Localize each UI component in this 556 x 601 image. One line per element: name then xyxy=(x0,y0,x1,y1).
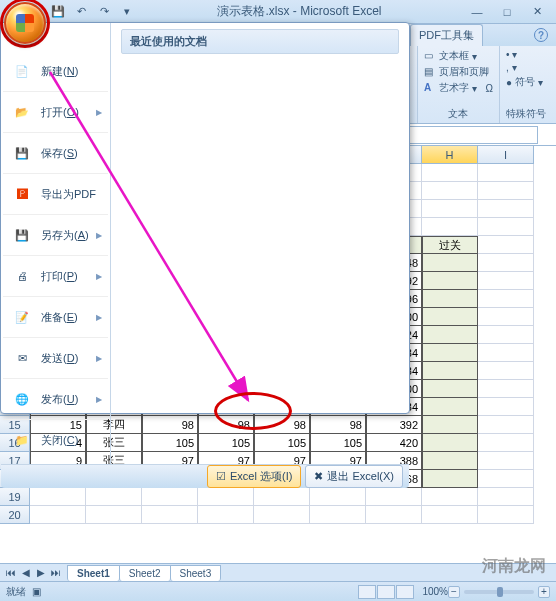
header-footer-button[interactable]: ▤页眉和页脚 xyxy=(424,65,493,79)
cell[interactable] xyxy=(478,200,534,218)
menu-item-open[interactable]: 📂打开(O)▶ xyxy=(3,92,108,133)
maximize-button[interactable]: □ xyxy=(492,2,522,22)
symbol-button[interactable]: ● 符号 ▾ xyxy=(506,75,546,89)
cell[interactable] xyxy=(142,506,198,524)
cell[interactable] xyxy=(478,380,534,398)
cell[interactable] xyxy=(198,506,254,524)
cell[interactable] xyxy=(422,470,478,488)
cell[interactable] xyxy=(478,164,534,182)
cell[interactable] xyxy=(478,416,534,434)
cell[interactable] xyxy=(422,290,478,308)
cell[interactable] xyxy=(478,326,534,344)
cell[interactable] xyxy=(422,416,478,434)
office-button[interactable] xyxy=(4,2,46,44)
cell[interactable] xyxy=(478,254,534,272)
comma-button[interactable]: , ▾ xyxy=(506,62,546,73)
wordart-button[interactable]: A艺术字 ▾ Ω xyxy=(424,81,493,95)
cell[interactable] xyxy=(422,272,478,290)
cell[interactable] xyxy=(30,488,86,506)
normal-view-button[interactable] xyxy=(358,585,376,599)
menu-item-pdf[interactable]: 🅿导出为PDF xyxy=(3,174,108,215)
sheet-tab[interactable]: Sheet3 xyxy=(170,565,222,581)
menu-item-new[interactable]: 📄新建(N) xyxy=(3,51,108,92)
cell[interactable] xyxy=(422,200,478,218)
cell[interactable] xyxy=(254,506,310,524)
menu-item-print[interactable]: 🖨打印(P)▶ xyxy=(3,256,108,297)
cell[interactable] xyxy=(478,470,534,488)
zoom-thumb[interactable] xyxy=(497,587,503,597)
textbox-button[interactable]: ▭文本框 ▾ xyxy=(424,49,493,63)
row-header[interactable]: 20 xyxy=(0,506,30,524)
cell[interactable] xyxy=(422,182,478,200)
cell[interactable]: 过关 xyxy=(422,236,478,254)
cell[interactable] xyxy=(478,506,534,524)
cell[interactable] xyxy=(366,488,422,506)
dot-button[interactable]: • ▾ xyxy=(506,49,546,60)
cell[interactable] xyxy=(422,254,478,272)
cell[interactable] xyxy=(422,452,478,470)
minimize-button[interactable]: — xyxy=(462,2,492,22)
zoom-level[interactable]: 100% xyxy=(422,586,448,597)
cell[interactable] xyxy=(422,506,478,524)
prev-sheet-icon[interactable]: ◀ xyxy=(19,567,33,578)
row-header[interactable]: 19 xyxy=(0,488,30,506)
close-button[interactable]: ✕ xyxy=(522,2,552,22)
cell[interactable] xyxy=(478,398,534,416)
cell[interactable] xyxy=(310,488,366,506)
sheet-tab[interactable]: Sheet2 xyxy=(119,565,171,581)
menu-item-prepare[interactable]: 📝准备(E)▶ xyxy=(3,297,108,338)
cell[interactable] xyxy=(422,218,478,236)
cell[interactable] xyxy=(422,488,478,506)
excel-options-button[interactable]: ☑Excel 选项(I) xyxy=(207,465,301,488)
cell[interactable] xyxy=(478,182,534,200)
cell[interactable] xyxy=(142,488,198,506)
cell[interactable] xyxy=(86,506,142,524)
cell[interactable] xyxy=(478,362,534,380)
cell[interactable] xyxy=(254,488,310,506)
redo-icon[interactable]: ↷ xyxy=(94,2,114,22)
page-layout-view-button[interactable] xyxy=(377,585,395,599)
col-header-I[interactable]: I xyxy=(478,146,534,164)
cell[interactable] xyxy=(422,434,478,452)
cell[interactable] xyxy=(478,488,534,506)
cell[interactable] xyxy=(422,326,478,344)
undo-icon[interactable]: ↶ xyxy=(71,2,91,22)
menu-item-save[interactable]: 💾保存(S) xyxy=(3,133,108,174)
cell[interactable] xyxy=(422,380,478,398)
zoom-track[interactable] xyxy=(464,590,534,594)
cell[interactable] xyxy=(478,434,534,452)
cell[interactable] xyxy=(422,344,478,362)
cell[interactable] xyxy=(366,506,422,524)
cell[interactable] xyxy=(422,362,478,380)
page-break-view-button[interactable] xyxy=(396,585,414,599)
sheet-tab[interactable]: Sheet1 xyxy=(67,565,120,581)
cell[interactable] xyxy=(478,290,534,308)
cell[interactable] xyxy=(422,398,478,416)
first-sheet-icon[interactable]: ⏮ xyxy=(4,567,18,578)
omega-icon[interactable]: Ω xyxy=(486,83,493,94)
save-icon[interactable]: 💾 xyxy=(48,2,68,22)
cell[interactable] xyxy=(310,506,366,524)
macro-record-icon[interactable]: ▣ xyxy=(32,586,41,597)
menu-item-saveas[interactable]: 💾另存为(A)▶ xyxy=(3,215,108,256)
cell[interactable] xyxy=(478,452,534,470)
cell[interactable] xyxy=(30,506,86,524)
last-sheet-icon[interactable]: ⏭ xyxy=(49,567,63,578)
cell[interactable] xyxy=(478,308,534,326)
cell[interactable] xyxy=(422,308,478,326)
cell[interactable] xyxy=(478,272,534,290)
tab-pdf-tools[interactable]: PDF工具集 xyxy=(410,24,483,46)
cell[interactable] xyxy=(422,164,478,182)
zoom-in-button[interactable]: + xyxy=(538,586,550,598)
col-header-H[interactable]: H xyxy=(422,146,478,164)
cell[interactable] xyxy=(478,344,534,362)
menu-item-send[interactable]: ✉发送(D)▶ xyxy=(3,338,108,379)
exit-excel-button[interactable]: ✖退出 Excel(X) xyxy=(305,465,403,488)
cell[interactable] xyxy=(86,488,142,506)
qat-customize-icon[interactable]: ▾ xyxy=(117,2,137,22)
menu-item-publish[interactable]: 🌐发布(U)▶ xyxy=(3,379,108,420)
cell[interactable] xyxy=(198,488,254,506)
next-sheet-icon[interactable]: ▶ xyxy=(34,567,48,578)
zoom-out-button[interactable]: − xyxy=(448,586,460,598)
menu-item-close[interactable]: 📁关闭(C) xyxy=(3,420,108,460)
